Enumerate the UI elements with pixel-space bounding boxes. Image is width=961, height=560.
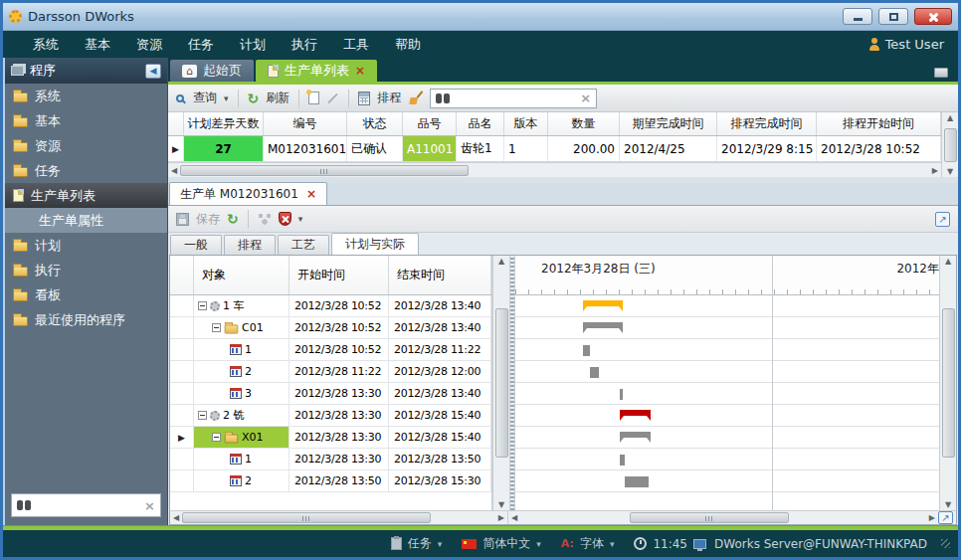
col-qty[interactable]: 数量 — [548, 112, 620, 135]
gantt-vscrollbar[interactable]: ▲ ▼ — [939, 256, 956, 510]
menu-item-help[interactable]: 帮助 — [395, 36, 421, 54]
current-user[interactable]: Test User — [868, 37, 944, 52]
workflow-icon[interactable] — [258, 213, 272, 225]
col-object[interactable]: 对象 — [194, 256, 289, 294]
gantt-bar[interactable] — [620, 455, 625, 466]
sidebar-item-production-order-props[interactable]: 生产单属性 — [5, 208, 167, 233]
schedule-button[interactable]: 排程 — [377, 90, 401, 106]
query-dropdown-icon[interactable]: ▾ — [224, 93, 229, 103]
tree-row[interactable]: 3 2012/3/28 13:30 2012/3/28 13:40 — [170, 383, 491, 405]
cancel-shield-icon[interactable] — [279, 212, 291, 226]
scroll-thumb[interactable] — [495, 308, 508, 458]
sidebar-collapse-button[interactable]: ◀ — [145, 64, 161, 79]
sidebar-item-recent-programs[interactable]: 最近使用的程序 — [5, 307, 167, 332]
scroll-thumb[interactable] — [182, 512, 431, 523]
grid-hscrollbar[interactable]: ◀ ▶ — [168, 162, 941, 177]
collapse-box-icon[interactable] — [212, 433, 221, 442]
tab-production-order-list[interactable]: 生产单列表 × — [256, 60, 377, 82]
broom-icon[interactable] — [408, 91, 423, 105]
col-start-time[interactable]: 开始时间 — [289, 256, 389, 294]
tree-hscrollbar[interactable]: ◀ ▶ — [170, 511, 508, 524]
sidebar-item-execute[interactable]: 执行 — [5, 258, 167, 282]
gantt-bar[interactable] — [620, 432, 651, 438]
status-language[interactable]: 简体中文 — [482, 535, 530, 552]
status-font[interactable]: 字体 — [580, 535, 604, 552]
refresh-button[interactable]: 刷新 — [266, 90, 289, 106]
gantt-bar[interactable] — [625, 476, 649, 487]
col-diff-days[interactable]: 计划差异天数 — [184, 112, 264, 135]
col-status[interactable]: 状态 — [347, 112, 403, 135]
close-tab-icon[interactable]: × — [355, 64, 365, 78]
tree-row[interactable]: 1 2012/3/28 10:52 2012/3/28 11:22 — [170, 339, 491, 361]
sidebar-item-basic[interactable]: 基本 — [5, 108, 167, 133]
minimize-button[interactable] — [843, 8, 872, 25]
collapse-box-icon[interactable] — [198, 301, 207, 310]
menu-item-resource[interactable]: 资源 — [136, 36, 162, 54]
expand-gantt-icon[interactable]: ↗ — [938, 511, 953, 524]
scroll-thumb[interactable] — [944, 128, 957, 162]
clear-filter-icon[interactable]: × — [580, 91, 591, 105]
grid-filter-input[interactable] — [454, 91, 576, 106]
tab-process[interactable]: 工艺 — [278, 235, 329, 255]
gantt-bar[interactable] — [583, 300, 623, 306]
menu-item-task[interactable]: 任务 — [188, 36, 214, 54]
gantt-bar[interactable] — [620, 410, 651, 416]
collapse-box-icon[interactable] — [198, 411, 207, 420]
clear-search-icon[interactable]: × — [144, 498, 155, 513]
col-sched-finish[interactable]: 排程完成时间 — [717, 112, 817, 135]
sidebar-item-production-order-list[interactable]: 生产单列表 — [5, 183, 167, 208]
tree-row-selected[interactable]: ▶ X01 2012/3/28 13:30 2012/3/28 15:40 — [170, 427, 491, 449]
col-item-no[interactable]: 品号 — [403, 112, 457, 135]
sidebar-item-system[interactable]: 系统 — [5, 84, 167, 108]
menu-item-basic[interactable]: 基本 — [85, 36, 110, 54]
tree-row[interactable]: 2 2012/3/28 11:22 2012/3/28 12:00 — [170, 361, 491, 383]
menu-item-execute[interactable]: 执行 — [291, 36, 317, 54]
col-code[interactable]: 编号 — [264, 112, 347, 135]
tab-plan-vs-actual[interactable]: 计划与实际 — [331, 233, 419, 255]
sidebar-item-plan[interactable]: 计划 — [5, 233, 167, 258]
tab-schedule[interactable]: 排程 — [224, 235, 276, 255]
resize-grip[interactable] — [941, 539, 950, 548]
query-button[interactable]: 查询 — [193, 90, 217, 106]
gantt-bar[interactable] — [590, 367, 599, 378]
menu-item-system[interactable]: 系统 — [33, 36, 59, 54]
grid-vscrollbar[interactable]: ▲ ▼ — [941, 112, 958, 177]
tree-row[interactable]: C01 2012/3/28 10:52 2012/3/28 13:40 — [170, 317, 491, 339]
col-version[interactable]: 版本 — [504, 112, 548, 135]
gantt-bar[interactable] — [583, 345, 590, 356]
tree-row[interactable]: 1 车 2012/3/28 10:52 2012/3/28 13:40 — [170, 295, 491, 317]
scroll-thumb[interactable] — [180, 165, 469, 176]
tab-general[interactable]: 一般 — [170, 235, 222, 255]
sidebar-item-kanban[interactable]: 看板 — [5, 282, 167, 307]
tree-row[interactable]: 2 2012/3/28 13:50 2012/3/28 15:30 — [170, 470, 491, 492]
open-external-icon[interactable]: ↗ — [935, 212, 950, 227]
col-sched-start[interactable]: 排程开始时间 — [817, 112, 941, 135]
shield-dropdown-icon[interactable]: ▾ — [298, 214, 303, 224]
gantt-bar[interactable] — [583, 322, 623, 328]
collapse-box-icon[interactable] — [212, 323, 221, 332]
scroll-thumb[interactable] — [942, 308, 955, 458]
gantt-bar[interactable] — [620, 389, 622, 400]
col-expected-finish[interactable]: 期望完成时间 — [620, 112, 717, 135]
status-task[interactable]: 任务 — [408, 535, 432, 552]
new-document-icon[interactable] — [308, 92, 319, 104]
detail-doc-tab[interactable]: 生产单 M012031601 × — [169, 182, 327, 205]
grid-row[interactable]: ▶ 27 M012031601 已确认 A11001 齿轮1 1 200.00 … — [168, 136, 941, 162]
col-end-time[interactable]: 结束时间 — [389, 256, 491, 294]
col-item-name[interactable]: 品名 — [457, 112, 504, 135]
menu-item-tools[interactable]: 工具 — [343, 36, 369, 54]
close-tab-icon[interactable]: × — [306, 187, 316, 201]
sidebar-search-input[interactable] — [35, 497, 140, 513]
tree-row[interactable]: 1 2012/3/28 13:30 2012/3/28 13:50 — [170, 449, 491, 470]
pin-panel-icon[interactable] — [934, 68, 948, 78]
save-button[interactable]: 保存 — [196, 211, 220, 228]
gantt-hscrollbar[interactable]: ◀ ▶ ↗ — [508, 511, 956, 524]
refresh-icon[interactable]: ↻ — [227, 213, 239, 225]
sidebar-item-resource[interactable]: 资源 — [5, 133, 167, 158]
restore-button[interactable] — [878, 8, 908, 25]
sidebar-item-task[interactable]: 任务 — [5, 158, 167, 183]
close-button[interactable] — [914, 8, 952, 25]
menu-item-plan[interactable]: 计划 — [240, 36, 266, 54]
edit-pencil-icon[interactable] — [327, 93, 338, 103]
tree-row[interactable]: 2 铣 2012/3/28 13:30 2012/3/28 15:40 — [170, 405, 491, 427]
